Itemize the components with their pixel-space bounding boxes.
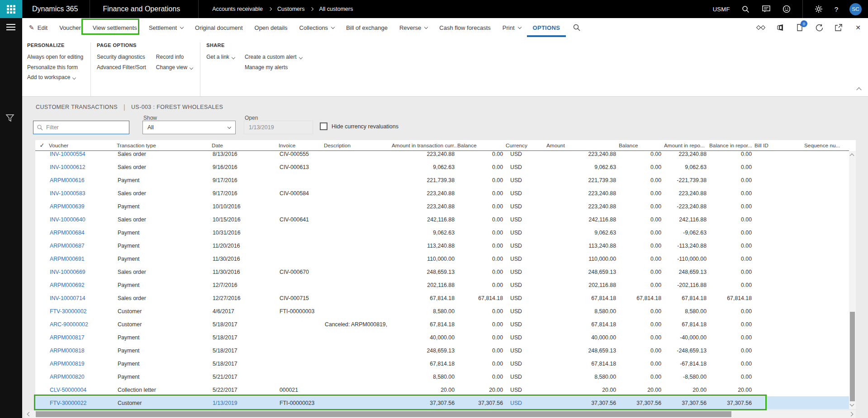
scroll-right-arrow-icon[interactable] [849,413,853,416]
scroll-down-arrow-icon[interactable] [850,403,854,406]
filter-funnel-icon[interactable] [5,114,14,122]
attachments-icon[interactable]: 0 [795,23,804,32]
voucher-link[interactable]: ARPM000687 [50,243,85,249]
table-row-inv-10000583[interactable]: INV-10000583Sales order9/17/2016CIV-0005… [35,187,849,200]
collapse-panel-chevron-icon[interactable] [857,88,861,413]
table-row-arpm000691[interactable]: ARPM000691Payment11/30/2016110,000.000.0… [35,252,849,265]
table-row-inv-10000640[interactable]: INV-10000640Sales order10/15/2016CIV-000… [35,213,849,226]
voucher-link[interactable]: ARPM000818 [50,348,85,354]
option-item-record-info[interactable]: Record info [156,52,193,62]
voucher-link[interactable]: ARPM000691 [50,256,85,262]
cmd-options[interactable]: OPTIONS [527,18,566,37]
table-row-arpm000820[interactable]: ARPM000820Payment5/21/20178,580.000.00US… [35,370,849,383]
company-selector[interactable]: USMF [713,6,730,13]
cmd-view-settlements[interactable]: View settlements [87,18,143,37]
voucher-link[interactable]: FTV-30000022 [50,400,86,406]
select-all-checkmark-icon[interactable]: ✓ [35,142,49,149]
cmd-open-details[interactable]: Open details [249,18,294,37]
cmd-edit[interactable]: ✎Edit [23,18,53,37]
column-header-balance[interactable]: Balance [457,142,506,149]
cmd-cash-flow-forecasts[interactable]: Cash flow forecasts [433,18,496,37]
option-item-add-to-workspace[interactable]: Add to workspace [27,72,83,83]
horizontal-scrollbar[interactable] [25,410,856,418]
vertical-scrollbar[interactable] [849,151,856,409]
voucher-link[interactable]: INV-10000612 [50,164,85,170]
voucher-link[interactable]: ARPM000692 [50,282,85,288]
column-header-voucher[interactable]: Voucher [49,142,117,149]
table-row-inv-10000714[interactable]: INV-10000714Sales order12/27/2016CIV-000… [35,291,849,305]
option-item-always-open-for-editing[interactable]: Always open for editing [27,52,83,62]
table-row-inv-10000554[interactable]: INV-10000554Sales order8/13/2016CIV-0005… [35,151,849,160]
voucher-link[interactable]: INV-10000714 [50,295,85,301]
breadcrumb-item-accounts-receivable[interactable]: Accounts receivable [212,6,263,12]
filter-input[interactable] [46,124,123,131]
column-header-amount-in-repo[interactable]: Amount in repo... [664,142,709,149]
table-row-arpm000639[interactable]: ARPM000639Payment10/10/2016223,240.880.0… [35,200,849,213]
column-header-date[interactable]: Date [212,142,279,149]
table-row-arc-90000002[interactable]: ARC-90000002Customer5/18/2017Canceled: A… [35,318,849,331]
column-header-transaction-type[interactable]: Transaction type [117,142,212,149]
glasses-icon[interactable] [756,23,765,32]
table-row-ftv-30000002[interactable]: FTV-30000002Customer4/6/2017FTI-00000003… [35,305,849,318]
table-row-arpm000817[interactable]: ARPM000817Payment5/18/201740,000.000.00U… [35,331,849,344]
horizontal-scrollbar-thumb[interactable] [36,411,731,417]
column-header-amount-in-transaction-curr[interactable]: Amount in transaction curr... [392,142,457,149]
cmd-voucher[interactable]: Voucher [53,18,87,37]
feedback-icon[interactable] [762,5,771,14]
cmd-print[interactable]: Print [497,18,527,37]
breadcrumb-item-all-customers[interactable]: All customers [319,6,353,12]
table-row-arpm000818[interactable]: ARPM000818Payment5/18/2017248,659.130.00… [35,344,849,357]
voucher-link[interactable]: INV-10000669 [50,269,85,275]
open-in-new-window-icon[interactable] [834,23,843,32]
table-row-arpm000684[interactable]: ARPM000684Payment10/31/20169,062.630.00U… [35,226,849,239]
voucher-link[interactable]: INV-10000583 [50,190,85,197]
table-row-arpm000692[interactable]: ARPM000692Payment12/7/2016202,116.880.00… [35,278,849,291]
app-launcher-waffle-button[interactable] [0,0,22,18]
table-row-inv-10000612[interactable]: INV-10000612Sales order9/16/2016CIV-0006… [35,160,849,174]
search-icon[interactable] [741,5,750,14]
voucher-link[interactable]: ARPM000639 [50,203,85,210]
voucher-link[interactable]: ARC-90000002 [50,321,88,328]
voucher-link[interactable]: ARPM000817 [50,334,85,341]
table-row-arpm000687[interactable]: ARPM000687Payment11/20/2016113,240.880.0… [35,239,849,252]
close-icon[interactable]: ✕ [854,23,863,32]
voucher-link[interactable]: ARPM000616 [50,177,85,183]
vertical-scrollbar-thumb[interactable] [850,312,855,401]
show-dropdown[interactable]: All [142,121,236,134]
column-header-balance[interactable]: Balance [619,142,664,149]
column-header-bill-id[interactable]: Bill ID [754,142,804,149]
cmd-collections[interactable]: Collections [294,18,341,37]
voucher-link[interactable]: FTV-30000002 [50,308,86,315]
option-item-advanced-filter-sort[interactable]: Advanced Filter/Sort [97,62,146,73]
option-item-create-a-custom-alert[interactable]: Create a custom alert [245,52,302,62]
column-header-description[interactable]: Description [324,142,392,149]
help-icon[interactable]: ? [835,5,838,13]
voucher-link[interactable]: ARPM000820 [50,374,85,380]
voucher-link[interactable]: INV-10000640 [50,216,85,223]
settings-gear-icon[interactable] [814,5,823,14]
option-item-get-a-link[interactable]: Get a link [206,52,235,62]
option-item-personalize-this-form[interactable]: Personalize this form [27,62,83,73]
command-bar-search-icon[interactable] [566,18,588,37]
voucher-link[interactable]: ARPM000819 [50,361,85,367]
column-header-amount[interactable]: Amount [546,142,619,149]
voucher-link[interactable]: INV-10000554 [50,151,85,157]
column-header-sequence-nu[interactable]: Sequence nu... [804,142,849,149]
table-row-arpm000819[interactable]: ARPM000819Payment5/18/201767,814.180.00U… [35,357,849,370]
table-row-inv-10000669[interactable]: INV-10000669Sales order11/30/2016CIV-000… [35,265,849,278]
user-avatar[interactable]: SC [849,3,862,15]
smiley-icon[interactable] [782,5,791,14]
hide-currency-revaluations-control[interactable]: Hide currency revaluations [320,122,398,130]
office-apps-icon[interactable] [776,23,785,32]
option-item-security-diagnostics[interactable]: Security diagnostics [97,52,146,62]
voucher-link[interactable]: CLV-50000004 [50,387,86,393]
breadcrumb-item-customers[interactable]: Customers [277,6,304,12]
column-header-currency[interactable]: Currency [506,142,546,149]
scroll-left-arrow-icon[interactable] [28,413,31,416]
cmd-original-document[interactable]: Original document [189,18,249,37]
cmd-reverse[interactable]: Reverse [394,18,433,37]
table-row-arpm000616[interactable]: ARPM000616Payment9/17/2016221,739.380.00… [35,174,849,187]
cmd-bill-of-exchange[interactable]: Bill of exchange [340,18,394,37]
column-header-invoice[interactable]: Invoice [279,142,324,149]
refresh-icon[interactable] [815,23,824,32]
